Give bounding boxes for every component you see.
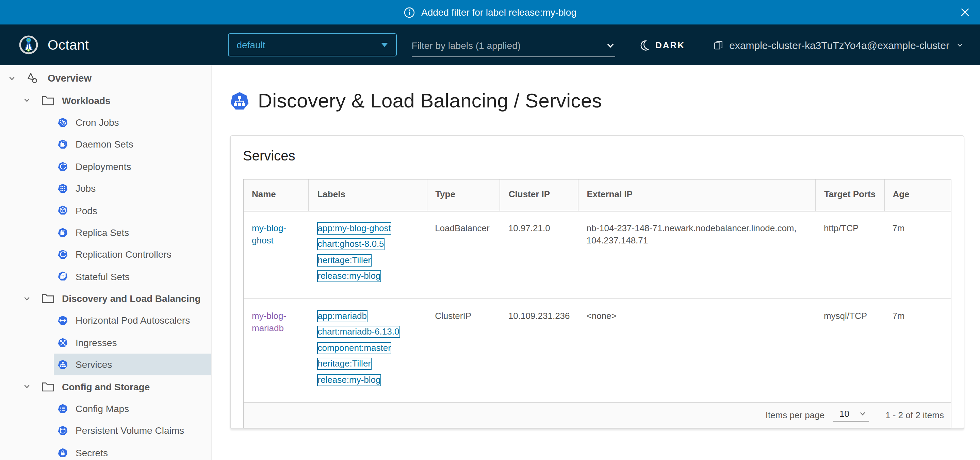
sidebar-item-jobs[interactable]: Jobs xyxy=(0,178,211,200)
daemon-sets-icon xyxy=(58,140,68,149)
card-title: Services xyxy=(243,148,951,164)
sidebar-item-services[interactable]: Services xyxy=(0,354,211,376)
sidebar-item-config-and-storage[interactable]: Config and Storage xyxy=(0,376,211,398)
alert-banner: Added filter for label release:my-blog xyxy=(0,0,980,24)
label-pill[interactable]: app:mariadb xyxy=(317,310,368,322)
sidebar-item-label: Jobs xyxy=(76,183,95,194)
main-content: Discovery & Load Balancing / Services Se… xyxy=(212,65,980,460)
service-link[interactable]: my-blog-ghost xyxy=(252,223,286,246)
octant-logo-icon xyxy=(19,35,38,54)
octant-app: Added filter for label release:my-blog O… xyxy=(0,0,980,460)
folder-icon xyxy=(41,293,54,304)
moon-icon xyxy=(638,39,650,51)
label-pill[interactable]: heritage:Tiller xyxy=(317,254,372,266)
chevron-down-icon xyxy=(605,40,615,50)
sidebar-item-overview[interactable]: Overview xyxy=(0,67,211,89)
item-strip[interactable]: Jobs xyxy=(54,178,211,200)
target-ports-cell: mysql/TCP xyxy=(816,298,885,402)
label-pill[interactable]: app:my-blog-ghost xyxy=(317,222,391,234)
page-size-select[interactable]: 10 xyxy=(833,409,869,422)
sidebar-item-secrets[interactable]: Secrets xyxy=(0,442,211,460)
item-strip[interactable]: Secrets xyxy=(54,442,211,460)
sidebar-item-workloads[interactable]: Workloads xyxy=(0,89,211,111)
label-pill[interactable]: heritage:Tiller xyxy=(317,358,372,370)
sidebar-item-label: Discovery and Load Balancing xyxy=(62,293,201,304)
item-strip[interactable]: Horizontal Pod Autoscalers xyxy=(54,310,211,332)
sidebar-item-daemon-sets[interactable]: Daemon Sets xyxy=(0,133,211,155)
sidebar-item-pods[interactable]: Pods xyxy=(0,200,211,222)
column-header-external-ip: External IP xyxy=(579,179,816,211)
overview-icon xyxy=(26,71,40,85)
replica-sets-icon xyxy=(58,227,68,237)
replication-controllers-icon xyxy=(58,249,68,259)
ingresses-icon xyxy=(58,338,68,347)
label-pill[interactable]: chart:mariadb-6.13.0 xyxy=(317,326,400,338)
cluster-ip-cell: 10.97.21.0 xyxy=(500,211,579,298)
label-pill[interactable]: chart:ghost-8.0.5 xyxy=(317,238,385,250)
cluster-context-selector[interactable]: example-cluster-ka3TuTzYo4a@example-clus… xyxy=(712,39,964,51)
sidebar-item-persistent-volume-claims[interactable]: Persistent Volume Claims xyxy=(0,420,211,442)
datagrid-footer: Items per page 10 1 - 2 of 2 items xyxy=(243,402,951,428)
close-icon[interactable] xyxy=(959,7,970,18)
sidebar-item-horizontal-pod-autoscalers[interactable]: Horizontal Pod Autoscalers xyxy=(0,310,211,332)
item-strip[interactable]: Cron Jobs xyxy=(54,111,211,133)
chevron-down-icon xyxy=(859,410,866,417)
app-header: Octant default Filter by labels (1 appli… xyxy=(0,24,980,65)
external-ip-cell: nb-104-237-148-71.newark.nodebalancer.li… xyxy=(579,211,816,298)
sidebar-item-config-maps[interactable]: Config Maps xyxy=(0,398,211,420)
folder-icon xyxy=(41,95,54,106)
chevron-down-icon[interactable] xyxy=(8,75,16,82)
label-pill[interactable]: release:my-blog xyxy=(317,374,381,386)
services-icon xyxy=(230,92,249,111)
services-table: NameLabelsTypeCluster IPExternal IPTarge… xyxy=(243,179,951,428)
item-strip[interactable]: Daemon Sets xyxy=(54,133,211,155)
brand: Octant xyxy=(19,35,89,54)
sidebar-item-discovery-and-load-balancing[interactable]: Discovery and Load Balancing xyxy=(0,288,211,310)
sidebar-item-replica-sets[interactable]: Replica Sets xyxy=(0,221,211,243)
sidebar-item-cron-jobs[interactable]: Cron Jobs xyxy=(0,111,211,133)
chevron-down-icon[interactable] xyxy=(23,97,30,104)
dark-label: DARK xyxy=(655,40,685,50)
label-filter-text: Filter by labels (1 applied) xyxy=(411,40,520,51)
sidebar-item-label: Workloads xyxy=(62,95,111,106)
type-cell: ClusterIP xyxy=(427,298,500,402)
sidebar-item-label: Secrets xyxy=(76,447,108,458)
stateful-sets-icon xyxy=(58,272,68,281)
items-per-page-label: Items per page xyxy=(765,410,824,420)
sidebar-item-ingresses[interactable]: Ingresses xyxy=(0,332,211,354)
sidebar-item-stateful-sets[interactable]: Stateful Sets xyxy=(0,265,211,288)
namespace-selector[interactable]: default xyxy=(228,33,396,56)
services-icon xyxy=(58,360,68,370)
type-cell: LoadBalancer xyxy=(427,211,500,298)
service-link[interactable]: my-blog-mariadb xyxy=(252,311,286,333)
chevron-down-icon[interactable] xyxy=(23,383,30,390)
item-strip[interactable]: Ingresses xyxy=(54,332,211,354)
cluster-ip-cell: 10.109.231.236 xyxy=(500,298,579,402)
chevron-down-icon[interactable] xyxy=(23,295,30,302)
selected-item-highlight[interactable]: Services xyxy=(54,354,211,376)
item-strip[interactable]: Persistent Volume Claims xyxy=(54,420,211,442)
navigation-sidebar: OverviewWorkloadsCron JobsDaemon SetsDep… xyxy=(0,65,212,460)
sidebar-item-label: Deployments xyxy=(76,161,131,172)
item-strip[interactable]: Deployments xyxy=(54,155,211,178)
sidebar-item-label: Stateful Sets xyxy=(76,271,130,282)
sidebar-item-label: Horizontal Pod Autoscalers xyxy=(76,315,190,326)
page-size-value: 10 xyxy=(840,409,850,419)
item-strip[interactable]: Pods xyxy=(54,200,211,222)
dark-theme-toggle[interactable]: DARK xyxy=(638,39,685,51)
sidebar-item-deployments[interactable]: Deployments xyxy=(0,155,211,178)
label-filter-input[interactable]: Filter by labels (1 applied) xyxy=(411,35,615,57)
sidebar-item-replication-controllers[interactable]: Replication Controllers xyxy=(0,243,211,265)
item-strip[interactable]: Config Maps xyxy=(54,398,211,420)
target-ports-cell: http/TCP xyxy=(816,211,885,298)
sidebar-item-label: Config Maps xyxy=(76,403,129,414)
item-strip[interactable]: Replication Controllers xyxy=(54,243,211,265)
label-pill[interactable]: release:my-blog xyxy=(317,270,381,282)
item-strip[interactable]: Stateful Sets xyxy=(54,265,211,288)
sidebar-item-label: Cron Jobs xyxy=(76,117,119,128)
column-header-target-ports: Target Ports xyxy=(816,179,885,211)
label-pill[interactable]: component:master xyxy=(317,342,391,354)
item-strip[interactable]: Replica Sets xyxy=(54,221,211,243)
services-card: Services NameLabelsTypeCluster IPExterna… xyxy=(230,135,964,429)
age-cell: 7m xyxy=(884,298,951,402)
